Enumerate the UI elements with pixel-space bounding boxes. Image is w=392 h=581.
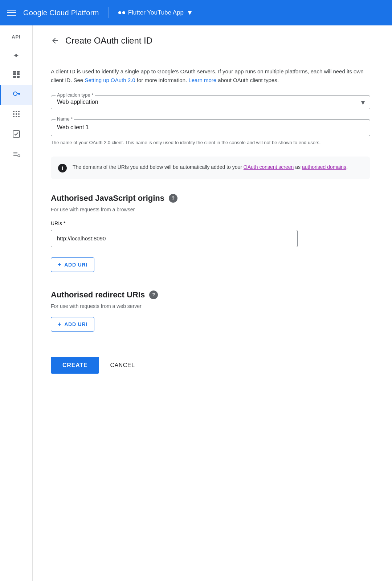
add-uri-button-1[interactable]: + ADD URI — [51, 257, 94, 272]
js-origins-title: Authorised JavaScript origins ? — [51, 194, 370, 203]
add-uri-label-2: ADD URI — [64, 321, 87, 327]
redirect-title: Authorised redirect URIs ? — [51, 290, 370, 300]
key-icon — [12, 90, 20, 100]
cancel-button[interactable]: CANCEL — [106, 357, 138, 374]
main-layout: API ✦ — [0, 25, 392, 581]
main-content: Create OAuth client ID A client ID is us… — [33, 25, 392, 581]
page-header: Create OAuth client ID — [51, 25, 370, 56]
brand-name: Google Cloud Platform — [23, 9, 99, 17]
sidebar-item-dashboard[interactable]: ✦ — [0, 46, 32, 65]
back-button[interactable] — [51, 36, 60, 45]
svg-rect-3 — [17, 73, 20, 75]
name-wrapper: Name * — [51, 119, 370, 136]
redirect-help-icon[interactable]: ? — [149, 290, 158, 299]
sidebar-item-page-usage[interactable] — [0, 145, 32, 165]
page-description: A client ID is used to identify a single… — [51, 67, 370, 85]
uri-input-wrapper — [51, 230, 298, 247]
bottom-actions: CREATE CANCEL — [51, 350, 370, 374]
svg-rect-4 — [13, 76, 16, 78]
plus-icon-2: + — [58, 321, 61, 328]
app-type-select[interactable]: Web application Android iOS Desktop app — [57, 99, 364, 105]
sidebar-item-library[interactable] — [0, 65, 32, 85]
project-name: Flutter YouTube App — [128, 9, 184, 16]
sidebar-item-oauth[interactable] — [0, 105, 32, 125]
add-uri-button-2[interactable]: + ADD URI — [51, 317, 94, 332]
js-origins-help-icon[interactable]: ? — [169, 194, 177, 203]
svg-point-17 — [16, 116, 17, 117]
info-box: i The domains of the URIs you add below … — [51, 157, 370, 179]
svg-point-12 — [18, 111, 20, 112]
sidebar-api-label: API — [12, 29, 21, 46]
setup-oauth-link[interactable]: Setting up OAuth 2.0 — [85, 77, 135, 83]
app-type-wrapper: Application type * Web application Andro… — [51, 96, 370, 109]
svg-point-23 — [18, 155, 20, 157]
js-origins-subtitle: For use with requests from a browser — [51, 207, 370, 212]
chevron-down-icon: ▼ — [187, 9, 193, 17]
sidebar-item-domain[interactable] — [0, 125, 32, 145]
project-selector[interactable]: Flutter YouTube App ▼ — [118, 9, 193, 17]
redirect-uris-section: Authorised redirect URIs ? For use with … — [51, 290, 370, 332]
authorised-domains-link[interactable]: authorised domains — [302, 164, 346, 170]
svg-point-14 — [16, 113, 17, 115]
table-icon — [12, 70, 20, 80]
header-divider — [109, 7, 109, 18]
svg-point-10 — [13, 111, 15, 112]
svg-rect-5 — [17, 76, 20, 78]
redirect-subtitle: For use with requests from a web server — [51, 303, 370, 309]
plus-icon-1: + — [58, 261, 61, 268]
name-label: Name * — [56, 116, 74, 122]
svg-point-16 — [13, 116, 15, 117]
check-icon — [12, 130, 20, 140]
hamburger-menu-icon[interactable] — [7, 10, 16, 16]
uris-label: URIs * — [51, 220, 370, 226]
svg-rect-2 — [13, 73, 16, 75]
page-title: Create OAuth client ID — [65, 36, 152, 46]
svg-point-11 — [16, 111, 17, 112]
uri-input[interactable] — [57, 235, 291, 241]
name-helper-text: The name of your OAuth 2.0 client. This … — [51, 139, 370, 146]
svg-rect-0 — [13, 71, 16, 73]
svg-point-15 — [18, 113, 20, 115]
name-field: Name * The name of your OAuth 2.0 client… — [51, 119, 370, 146]
learn-more-link[interactable]: Learn more — [188, 77, 216, 83]
dots-grid-icon — [12, 110, 20, 120]
app-type-field: Application type * Web application Andro… — [51, 96, 370, 109]
create-button[interactable]: CREATE — [51, 357, 99, 374]
oauth-consent-link[interactable]: OAuth consent screen — [244, 164, 294, 170]
svg-point-18 — [18, 116, 20, 117]
project-icon — [118, 11, 125, 14]
sidebar-item-credentials[interactable] — [0, 85, 32, 105]
info-text: The domains of the URIs you add below wi… — [73, 163, 348, 171]
grid-icon: ✦ — [13, 51, 19, 60]
info-icon: i — [58, 164, 67, 172]
js-uris-group: URIs * — [51, 220, 370, 247]
settings-list-icon — [12, 150, 20, 160]
svg-point-13 — [13, 113, 15, 115]
sidebar: API ✦ — [0, 25, 33, 581]
svg-rect-1 — [17, 71, 20, 73]
top-header: Google Cloud Platform Flutter YouTube Ap… — [0, 0, 392, 25]
svg-point-6 — [13, 92, 17, 96]
name-input[interactable] — [57, 123, 364, 132]
js-origins-section: Authorised JavaScript origins ? For use … — [51, 194, 370, 272]
add-uri-label-1: ADD URI — [64, 262, 87, 268]
app-type-label: Application type * — [56, 92, 95, 98]
